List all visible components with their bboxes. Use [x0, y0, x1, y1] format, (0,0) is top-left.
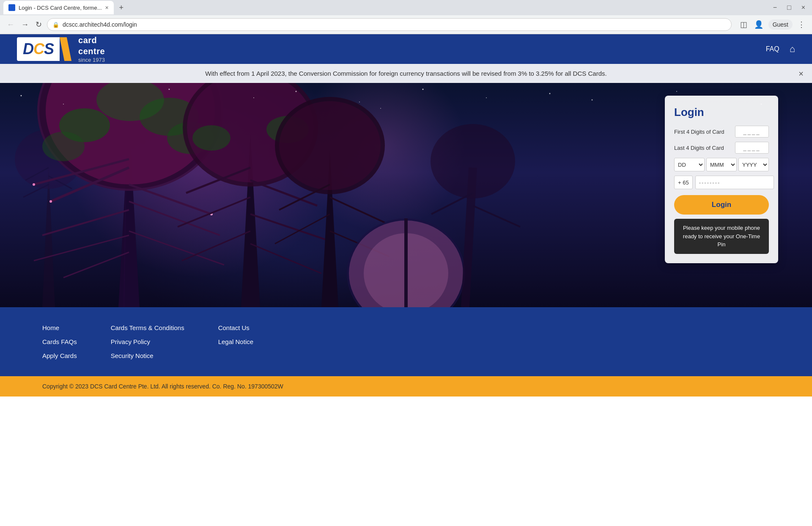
footer-security-notice-link[interactable]: Security Notice	[111, 352, 184, 359]
new-tab-button[interactable]: +	[115, 2, 127, 14]
main-header: DCS card centre since 1973 FAQ ⌂	[0, 34, 812, 64]
close-button[interactable]: ×	[798, 2, 809, 13]
last4-label: Last 4 Digits of Card	[674, 145, 732, 151]
phone-row: + 65	[674, 176, 769, 189]
phone-input[interactable]	[695, 176, 774, 189]
svg-point-57	[63, 104, 64, 105]
svg-point-60	[422, 89, 424, 90]
dob-mmm-select[interactable]: MMM JanFebMarApr MayJunJulAug SepOctNovD…	[706, 158, 737, 171]
dob-yyyy-select[interactable]: YYYY 2005200420032002 2001200019991998 1…	[738, 158, 769, 171]
svg-point-59	[359, 102, 360, 102]
footer-apply-cards-link[interactable]: Apply Cards	[42, 352, 77, 359]
footer-contact-us-link[interactable]: Contact Us	[218, 324, 253, 331]
svg-point-61	[486, 97, 487, 98]
profile-icon[interactable]: 👤	[752, 18, 765, 31]
first4-label: First 4 Digits of Card	[674, 129, 732, 135]
svg-point-64	[592, 99, 593, 101]
svg-point-63	[380, 108, 381, 109]
home-link[interactable]: ⌂	[790, 44, 795, 55]
url-text: dcscc.architech4d.com/login	[63, 21, 726, 28]
footer-legal-notice-link[interactable]: Legal Notice	[218, 338, 253, 345]
last4-input[interactable]	[735, 142, 769, 154]
card-centre-main: card centre	[78, 35, 105, 57]
active-tab[interactable]: Login - DCS Card Centre, forme... ×	[3, 1, 114, 14]
header-nav: FAQ ⌂	[766, 44, 795, 55]
more-menu-button[interactable]: ⋮	[796, 18, 807, 31]
footer-privacy-policy-link[interactable]: Privacy Policy	[111, 338, 184, 345]
logo-divider	[60, 37, 71, 61]
notification-banner: With effect from 1 April 2023, the Conve…	[0, 64, 812, 83]
lock-icon: 🔒	[52, 22, 59, 28]
svg-point-67	[253, 97, 254, 98]
svg-point-27	[42, 132, 85, 161]
tab-title: Login - DCS Card Centre, forme...	[19, 5, 102, 11]
svg-point-56	[21, 95, 22, 96]
svg-point-53	[431, 124, 515, 198]
dcs-logo[interactable]: DCS	[17, 37, 60, 61]
login-button[interactable]: Login	[674, 195, 769, 215]
phone-prefix: + 65	[674, 176, 693, 189]
footer-col-2: Cards Terms & Conditions Privacy Policy …	[111, 324, 184, 359]
address-bar[interactable]: 🔒 dcscc.architech4d.com/login	[47, 18, 732, 31]
footer-col-3: Contact Us Legal Notice	[218, 324, 253, 359]
dcs-text: DCS	[23, 40, 54, 58]
login-card: Login First 4 Digits of Card Last 4 Digi…	[665, 96, 778, 263]
footer-main: Home Cards FAQs Apply Cards Cards Terms …	[0, 307, 812, 376]
footer-col-1: Home Cards FAQs Apply Cards	[42, 324, 77, 359]
footer-home-link[interactable]: Home	[42, 324, 77, 331]
minimize-button[interactable]: −	[770, 2, 780, 13]
faq-link[interactable]: FAQ	[766, 45, 779, 53]
svg-point-39	[192, 125, 230, 151]
svg-point-62	[549, 93, 551, 94]
notification-text: With effect from 1 April 2023, the Conve…	[205, 70, 606, 77]
tab-bar: Login - DCS Card Centre, forme... × + − …	[0, 0, 812, 15]
svg-point-58	[296, 91, 297, 92]
footer-bottom: Copyright © 2023 DCS Card Centre Pte. Lt…	[0, 376, 812, 397]
svg-point-43	[279, 101, 381, 190]
footer-cards-terms-link[interactable]: Cards Terms & Conditions	[111, 324, 184, 331]
dob-dd-select[interactable]: DD 0102030405 0607080910 1112131415 1617…	[674, 158, 705, 171]
logo-area: DCS card centre since 1973	[17, 35, 105, 64]
first4-input[interactable]	[735, 126, 769, 138]
footer-cards-faqs-link[interactable]: Cards FAQs	[42, 338, 77, 345]
guest-label: Guest	[773, 21, 788, 28]
first4-field: First 4 Digits of Card	[674, 126, 769, 138]
svg-point-68	[169, 89, 170, 90]
address-bar-row: ← → ↻ 🔒 dcscc.architech4d.com/login ◫ 👤 …	[0, 15, 812, 34]
login-title: Login	[674, 106, 769, 119]
notification-close-button[interactable]: ×	[798, 69, 804, 78]
browser-chrome: Login - DCS Card Centre, forme... × + − …	[0, 0, 812, 34]
window-controls: − □ ×	[770, 2, 809, 13]
maximize-button[interactable]: □	[784, 2, 795, 13]
tab-close-button[interactable]: ×	[105, 4, 109, 11]
forward-button[interactable]: →	[19, 19, 30, 31]
tab-favicon	[8, 4, 15, 11]
refresh-button[interactable]: ↻	[34, 18, 44, 31]
svg-point-24	[33, 183, 35, 186]
last4-field: Last 4 Digits of Card	[674, 142, 769, 154]
svg-point-65	[676, 91, 677, 92]
back-button[interactable]: ←	[5, 19, 16, 31]
svg-point-22	[49, 200, 52, 203]
browser-actions: ◫ 👤 Guest ⋮	[738, 18, 807, 31]
otp-notice: Please keep your mobile phone ready to r…	[674, 219, 769, 254]
guest-button[interactable]: Guest	[768, 19, 793, 30]
card-centre-text: card centre since 1973	[71, 35, 105, 64]
copyright-text: Copyright © 2023 DCS Card Centre Pte. Lt…	[42, 383, 283, 390]
since-text: since 1973	[78, 57, 105, 64]
hero-section: Login First 4 Digits of Card Last 4 Digi…	[0, 83, 812, 307]
dob-row: DD 0102030405 0607080910 1112131415 1617…	[674, 158, 769, 171]
extensions-button[interactable]: ◫	[738, 18, 749, 31]
